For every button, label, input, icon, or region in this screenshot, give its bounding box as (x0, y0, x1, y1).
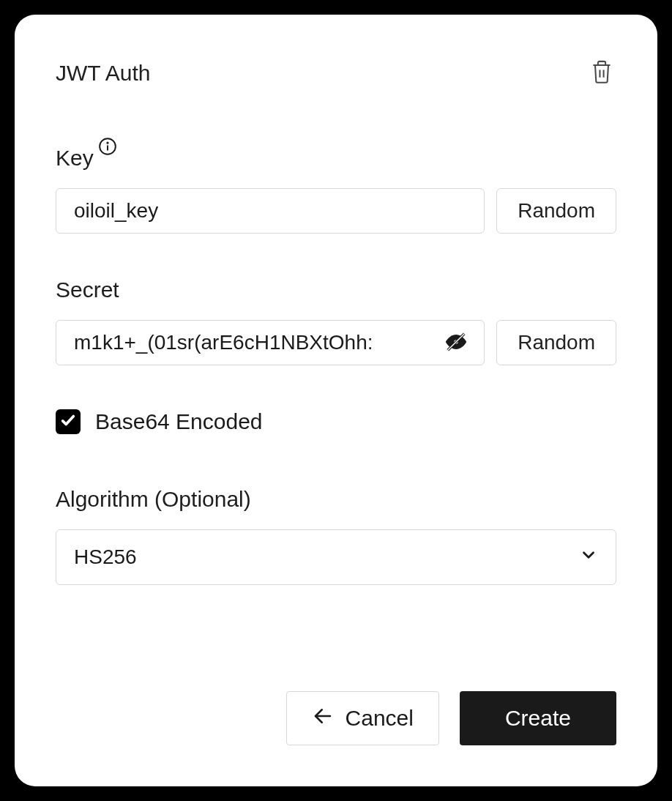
algorithm-field-group: Algorithm (Optional) HS256 (56, 487, 616, 585)
algorithm-selected-value: HS256 (74, 545, 137, 569)
algorithm-label-row: Algorithm (Optional) (56, 487, 616, 512)
algorithm-select[interactable]: HS256 (56, 529, 616, 585)
key-input-row: Random (56, 188, 616, 234)
base64-checkbox[interactable] (56, 409, 81, 434)
arrow-left-icon (312, 705, 334, 732)
chevron-down-icon (579, 545, 598, 570)
secret-input[interactable] (56, 320, 485, 365)
key-label-row: Key (56, 146, 616, 171)
secret-field-group: Secret Random (56, 277, 616, 365)
secret-label: Secret (56, 277, 119, 302)
trash-icon (590, 76, 613, 87)
delete-button[interactable] (587, 56, 616, 90)
card-header: JWT Auth (56, 56, 616, 90)
info-icon[interactable] (98, 137, 117, 159)
algorithm-label: Algorithm (Optional) (56, 487, 251, 512)
eye-off-icon (444, 329, 468, 357)
cancel-button-label: Cancel (346, 706, 414, 731)
cancel-button[interactable]: Cancel (286, 691, 439, 745)
key-input[interactable] (56, 188, 485, 234)
check-icon (60, 412, 76, 431)
base64-checkbox-label: Base64 Encoded (95, 409, 263, 434)
secret-label-row: Secret (56, 277, 616, 302)
svg-point-2 (107, 142, 108, 143)
page-title: JWT Auth (56, 61, 151, 86)
secret-input-wrap (56, 320, 485, 365)
secret-input-row: Random (56, 320, 616, 365)
toggle-visibility-button[interactable] (441, 327, 471, 359)
key-random-button[interactable]: Random (496, 188, 616, 234)
footer-actions: Cancel Create (56, 691, 616, 745)
key-field-group: Key Random (56, 146, 616, 234)
algorithm-select-wrap: HS256 (56, 529, 616, 585)
create-button[interactable]: Create (460, 691, 616, 745)
secret-random-button[interactable]: Random (496, 320, 616, 365)
base64-checkbox-row: Base64 Encoded (56, 409, 616, 434)
key-label: Key (56, 146, 94, 171)
jwt-auth-card: JWT Auth Key (15, 15, 657, 786)
